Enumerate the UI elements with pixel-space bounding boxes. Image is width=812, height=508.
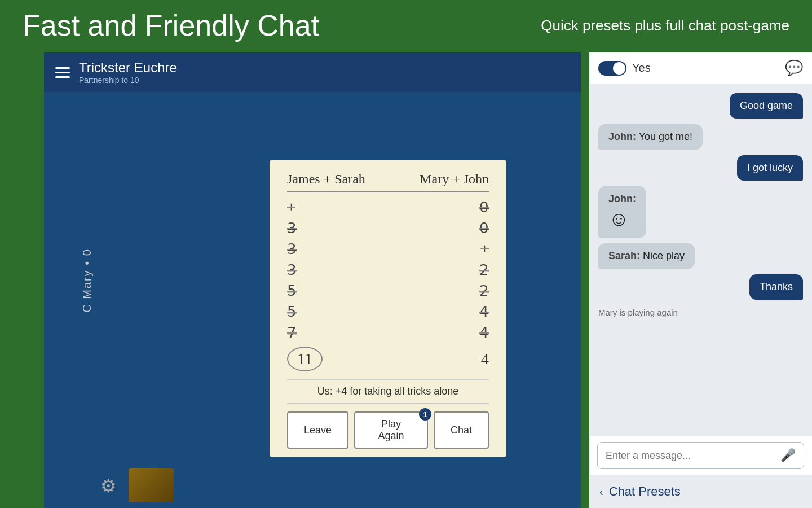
- toggle-container: Yes: [598, 61, 651, 76]
- chat-presets-bar[interactable]: ‹ Chat Presets: [589, 475, 812, 508]
- message-outgoing: Thanks: [749, 274, 803, 300]
- chat-input[interactable]: [606, 450, 775, 462]
- toggle-label: Yes: [632, 62, 651, 75]
- score-row: 5̶4̶: [287, 301, 489, 322]
- chat-button[interactable]: Chat: [434, 411, 489, 449]
- status-text: Mary is playing again: [598, 305, 803, 319]
- game-title: Trickster Euchre: [79, 60, 177, 76]
- score-row: +0̶: [287, 197, 489, 218]
- game-title-group: Trickster Euchre Partnership to 10: [79, 60, 177, 85]
- score-buttons: Leave Play Again 1 Chat: [287, 403, 489, 457]
- score-row: 7̶4̶: [287, 322, 489, 343]
- team1-header: James + Sarah: [287, 172, 365, 187]
- final-score-t1: 11: [287, 347, 323, 371]
- game-subtitle: Partnership to 10: [79, 76, 177, 85]
- team2-header: Mary + John: [420, 172, 489, 187]
- score-card: James + Sarah Mary + John +0̶ 3̶0̶ 3̶+ 3…: [270, 160, 506, 457]
- game-panel: Trickster Euchre Partnership to 10 C Mar…: [44, 52, 581, 508]
- chat-panel: Yes 💬 Good game John: You got me! I got …: [589, 52, 812, 508]
- play-again-button[interactable]: Play Again 1: [354, 411, 428, 449]
- message-incoming: John: You got me!: [598, 124, 703, 150]
- chat-topbar: Yes 💬: [589, 52, 812, 84]
- message-outgoing: Good game: [730, 93, 803, 119]
- left-player-label: C Mary • 0: [81, 248, 94, 313]
- score-row: 3̶0̶: [287, 218, 489, 239]
- message-incoming-emoji: John: ☺: [598, 186, 646, 238]
- chat-input-box: 🎤: [597, 442, 804, 469]
- score-row: 3̶+: [287, 239, 489, 260]
- card-deck: [129, 468, 174, 502]
- game-topbar: Trickster Euchre Partnership to 10: [44, 52, 581, 92]
- chevron-left-icon[interactable]: ‹: [599, 485, 603, 498]
- chat-toggle[interactable]: [598, 61, 626, 76]
- hamburger-menu[interactable]: [55, 67, 70, 78]
- message-incoming: Sarah: Nice play: [598, 243, 695, 269]
- app-tagline: Quick presets plus full chat post-game: [541, 17, 789, 34]
- final-score-t2: 4: [481, 347, 489, 371]
- chat-input-area: 🎤: [589, 436, 812, 475]
- app-title: Fast and Friendly Chat: [23, 8, 319, 42]
- score-message: Us: +4 for taking all tricks alone: [287, 379, 489, 403]
- score-final-row: 11 4: [287, 343, 489, 375]
- settings-icon[interactable]: ⚙: [100, 475, 117, 497]
- message-outgoing: I got lucky: [737, 155, 803, 181]
- score-row: 3̶2̶: [287, 260, 489, 281]
- messages-area[interactable]: Good game John: You got me! I got lucky …: [589, 84, 812, 436]
- score-header: James + Sarah Mary + John: [287, 172, 489, 192]
- score-row: 5̶2̶: [287, 281, 489, 301]
- microphone-icon[interactable]: 🎤: [780, 448, 796, 463]
- top-header: Fast and Friendly Chat Quick presets plu…: [0, 0, 812, 51]
- play-again-badge: 1: [419, 408, 431, 421]
- chat-presets-label: Chat Presets: [609, 484, 681, 499]
- chat-bubble-icon: 💬: [785, 59, 803, 77]
- leave-button[interactable]: Leave: [287, 411, 348, 449]
